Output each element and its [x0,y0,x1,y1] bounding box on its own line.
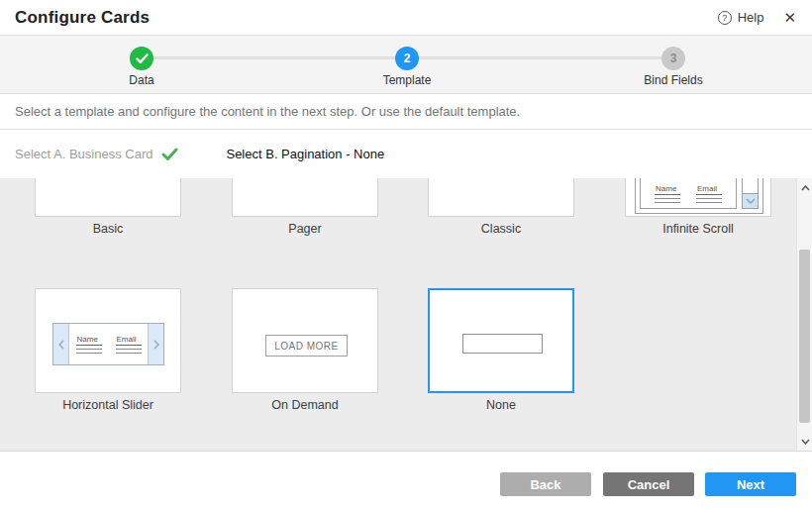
close-icon[interactable]: ✕ [783,10,796,25]
next-button[interactable]: Next [705,472,796,496]
template-card-classic[interactable] [428,178,574,217]
selection-row: Select A. Business Card Select B. Pagina… [0,130,812,178]
horizontal-slider-preview: Name Email [52,323,164,365]
step-bind-fields-label: Bind Fields [644,73,702,87]
chevron-down-icon [743,193,758,208]
configure-cards-dialog: { "header": { "title": "Configure Cards"… [0,0,812,511]
field-lines [76,349,102,354]
template-label-on-demand: On Demand [232,398,378,412]
email-field-preview: Email [696,184,722,203]
infinite-scroll-preview: Name Email [635,178,763,214]
template-label-none: None [428,398,574,412]
load-more-button-preview: LOAD MORE [265,335,348,357]
cancel-button[interactable]: Cancel [603,472,694,496]
back-button[interactable]: Back [500,472,591,496]
instruction-row: Select a template and configure the cont… [0,94,812,130]
check-icon [136,53,149,64]
footer: Back Cancel Next [0,452,812,511]
template-label-horizontal-slider: Horizontal Slider [35,398,181,412]
infinite-scroll-rail [742,178,759,209]
template-card-basic[interactable] [35,178,181,217]
email-field-label: Email [696,184,722,195]
title-bar: Configure Cards ? Help ✕ [0,0,812,36]
scroll-thumb[interactable] [799,250,810,423]
chevron-right-icon [148,324,163,364]
template-card-pager[interactable] [232,178,378,217]
infinite-scroll-card-preview: Name Email [640,178,737,209]
template-label-basic: Basic [35,222,181,236]
help-label: Help [738,10,764,25]
step-data-circle[interactable] [130,47,153,70]
help-button[interactable]: ? Help [718,10,764,25]
chevron-down-icon [801,439,810,445]
slider-card-preview: Name Email [69,324,148,364]
name-field-label: Name [655,184,680,195]
help-icon: ? [718,11,732,25]
field-lines [696,198,722,203]
template-card-infinite-scroll[interactable]: Name Email [625,178,771,217]
instruction-text: Select a template and configure the cont… [15,104,520,119]
template-label-pager: Pager [232,222,378,236]
page-title: Configure Cards [15,8,150,28]
scroll-down-button[interactable] [797,434,812,450]
template-card-none[interactable] [428,288,574,393]
step-bind-fields-number: 3 [670,51,677,65]
template-card-on-demand[interactable]: LOAD MORE [232,288,378,393]
name-field-preview: Name [655,184,680,203]
step-template-circle[interactable]: 2 [395,47,419,70]
check-icon [161,148,178,161]
name-field-preview: Name [76,335,102,354]
template-grid: Basic Pager Classic Name Email Inf [0,178,812,452]
scrollbar[interactable] [796,178,812,452]
template-card-horizontal-slider[interactable]: Name Email [35,288,181,393]
step-data-label: Data [129,73,153,87]
step-bind-fields-circle[interactable]: 3 [661,47,685,70]
step-template-label: Template [383,73,432,87]
none-placeholder-box [462,334,543,354]
email-field-preview: Email [116,335,142,354]
field-lines [655,198,680,203]
stepper: Data 2 Template 3 Bind Fields [0,36,812,94]
scroll-up-button[interactable] [797,180,812,196]
template-label-infinite-scroll: Infinite Scroll [625,222,771,236]
email-field-label: Email [116,335,142,346]
field-lines [116,349,142,354]
chevron-up-icon [801,185,810,191]
template-label-classic: Classic [428,222,574,236]
name-field-label: Name [76,335,102,346]
chevron-left-icon [53,324,69,364]
step-template-number: 2 [404,51,411,65]
select-b-pagination[interactable]: Select B. Pagination - None [226,147,384,161]
select-a-business-card[interactable]: Select A. Business Card [15,147,178,161]
select-a-label: Select A. Business Card [15,147,152,161]
